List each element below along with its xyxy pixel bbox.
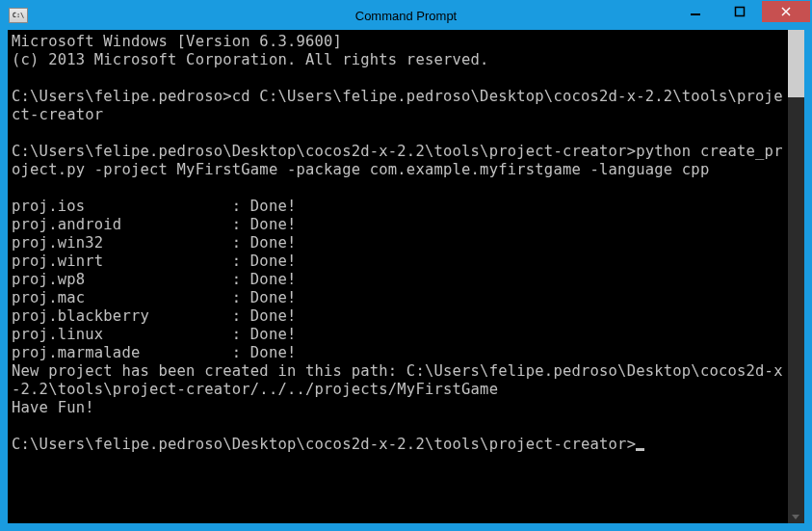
terminal-line: proj.mac : Done! <box>12 289 784 307</box>
terminal-line: proj.blackberry : Done! <box>12 307 784 326</box>
terminal-line: proj.marmalade : Done! <box>12 344 784 362</box>
svg-rect-1 <box>736 8 745 16</box>
terminal-line: Microsoft Windows [Version 6.3.9600] <box>12 33 784 51</box>
close-button[interactable] <box>762 1 810 22</box>
scrollbar-thumb[interactable] <box>788 30 804 97</box>
maximize-icon <box>734 6 746 17</box>
minimize-button[interactable] <box>673 1 718 22</box>
close-icon <box>780 6 792 17</box>
titlebar[interactable]: C:\ Command Prompt <box>1 1 811 30</box>
terminal-line: proj.win32 : Done! <box>12 234 784 252</box>
app-icon[interactable]: C:\ <box>9 8 28 23</box>
window-controls <box>673 1 811 22</box>
terminal-prompt-line: C:\Users\felipe.pedroso\Desktop\cocos2d-… <box>12 436 784 454</box>
terminal-line: (c) 2013 Microsoft Corporation. All righ… <box>12 51 784 69</box>
svg-rect-0 <box>691 13 700 15</box>
terminal-line: Have Fun! <box>12 399 784 417</box>
terminal-line: proj.wp8 : Done! <box>12 271 784 289</box>
terminal-line: proj.ios : Done! <box>12 198 784 216</box>
scrollbar-vertical[interactable] <box>788 30 804 523</box>
command-prompt-window: C:\ Command Prompt Microsoft Window <box>0 0 812 531</box>
terminal-line: C:\Users\felipe.pedroso>cd C:\Users\feli… <box>12 88 784 124</box>
terminal-line: C:\Users\felipe.pedroso\Desktop\cocos2d-… <box>12 143 784 179</box>
terminal-output[interactable]: Microsoft Windows [Version 6.3.9600](c) … <box>8 30 788 523</box>
terminal-line <box>12 69 784 88</box>
terminal-line: proj.linux : Done! <box>12 326 784 344</box>
client-area: Microsoft Windows [Version 6.3.9600](c) … <box>8 30 804 523</box>
cursor <box>636 448 644 451</box>
maximize-button[interactable] <box>718 1 762 22</box>
terminal-line <box>12 417 784 436</box>
terminal-line <box>12 179 784 198</box>
terminal-line <box>12 124 784 143</box>
minimize-icon <box>690 6 701 17</box>
terminal-line: New project has been created in this pat… <box>12 362 784 399</box>
terminal-line: proj.android : Done! <box>12 216 784 234</box>
terminal-line: proj.winrt : Done! <box>12 252 784 271</box>
